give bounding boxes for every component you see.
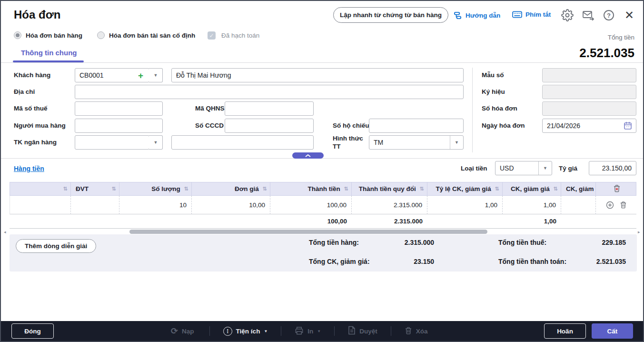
column-header-amount[interactable]: Thành tiền⇅	[270, 182, 352, 196]
sort-icon[interactable]: ⇅	[552, 186, 558, 192]
chevron-up-icon	[305, 154, 311, 158]
summary-amount: 100,00	[270, 214, 352, 229]
sort-icon[interactable]: ⇅	[61, 186, 68, 192]
scroll-right-icon[interactable]: ▸	[638, 230, 640, 234]
refresh-icon: ⟳	[171, 326, 178, 336]
sort-icon[interactable]: ⇅	[493, 186, 499, 192]
bank-account-select[interactable]	[75, 135, 149, 150]
guide-link[interactable]: Hướng dẫn	[453, 11, 500, 20]
calendar-icon[interactable]	[624, 121, 632, 130]
address-input[interactable]	[75, 85, 464, 99]
collapse-form-button[interactable]	[292, 152, 324, 159]
add-note-row-button[interactable]: Thêm dòng diễn giải	[16, 239, 96, 253]
sort-icon[interactable]: ⇅	[110, 186, 116, 192]
caret-down-icon: ▼	[264, 329, 268, 333]
printer-icon	[295, 326, 304, 336]
sort-icon[interactable]: ⇅	[182, 186, 188, 192]
template-no-label: Mẫu số	[482, 71, 504, 80]
invoice-no-input	[542, 101, 636, 116]
total-tax-label: Tổng tiền thuế:	[498, 239, 546, 246]
column-header-blank[interactable]: ⇅	[10, 182, 71, 196]
customer-dropdown-icon[interactable]: ▼	[149, 68, 163, 82]
total-tax-value: 229.185	[543, 239, 626, 246]
send-mail-icon[interactable]	[582, 10, 594, 20]
cell-converted-amount[interactable]: 2.315.000	[352, 196, 427, 214]
approve-button: Duyệt	[348, 326, 377, 336]
column-header-delete[interactable]	[596, 182, 636, 196]
customer-name-input[interactable]	[171, 68, 464, 82]
shortcut-link[interactable]: Phím tắt	[512, 11, 551, 18]
total-amount-label: Tổng tiền	[608, 34, 634, 41]
symbol-label: Ký hiệu	[482, 88, 505, 96]
cell-discount[interactable]: 1,00	[503, 196, 561, 214]
radio-fixed-asset-invoice[interactable]: Hóa đơn bán tài sản cố định	[97, 31, 195, 39]
toolbar-separator	[391, 326, 391, 336]
cell-unit-price[interactable]: 10,00	[192, 196, 270, 214]
invoice-date-input[interactable]	[542, 119, 636, 133]
goods-money-link[interactable]: Hàng tiền	[14, 165, 44, 172]
tax-code-input[interactable]	[75, 101, 163, 116]
cell-discount-rate[interactable]: 1,00	[427, 196, 503, 214]
delete-row-icon[interactable]	[620, 201, 627, 209]
column-header-discount[interactable]: CK, giảm giá⇅	[503, 182, 561, 196]
buyer-input[interactable]	[75, 119, 163, 133]
passport-input[interactable]	[369, 119, 464, 133]
bank-name-input[interactable]	[171, 135, 314, 150]
header-divider	[1, 62, 644, 63]
total-amount-value: 2.521.035	[579, 46, 634, 60]
utilities-button[interactable]: ⋮ Tiện ích ▼	[223, 327, 268, 336]
column-header-converted-amount[interactable]: Thành tiền quy đổi⇅	[352, 182, 427, 196]
column-header-dvt[interactable]: ĐVT⇅	[71, 182, 119, 196]
column-header-unit-price[interactable]: Đơn giá⇅	[192, 182, 270, 196]
print-button: In ▼	[295, 326, 321, 336]
radio-sales-invoice[interactable]: Hóa đơn bán hàng	[14, 31, 82, 39]
tab-general-info[interactable]: Thông tin chung	[21, 49, 77, 57]
column-header-discount-rate[interactable]: Tỷ lệ CK, giảm giá⇅	[427, 182, 503, 196]
address-label: Địa chỉ	[14, 88, 35, 96]
checkbox-posted[interactable]: ✓ Đã hạch toán	[208, 31, 259, 40]
close-icon[interactable]: ✕	[624, 9, 634, 22]
horizontal-scrollbar[interactable]	[129, 230, 487, 234]
cell-quantity[interactable]: 10	[119, 196, 192, 214]
delete-all-icon[interactable]	[613, 184, 621, 194]
toolbar-separator	[281, 326, 281, 336]
summary-converted-amount: 2.315.000	[352, 214, 427, 229]
customer-label: Khách hàng	[14, 71, 50, 80]
scroll-left-icon[interactable]: ◂	[4, 230, 6, 234]
close-button[interactable]: Đóng	[11, 323, 54, 339]
exchange-rate-input[interactable]	[589, 161, 636, 175]
page-title: Hóa đơn	[14, 8, 60, 21]
currency-dropdown-icon[interactable]: ▼	[538, 161, 552, 175]
sort-icon[interactable]: ⇅	[342, 186, 348, 192]
qhns-input[interactable]	[225, 101, 314, 116]
postpone-button[interactable]: Hoãn	[544, 323, 586, 339]
add-row-icon[interactable]	[606, 201, 614, 209]
tax-code-label: Mã số thuế	[14, 105, 48, 113]
form-bottom-divider	[1, 158, 644, 159]
table-summary-row: 100,00 2.315.000 1,00	[10, 214, 636, 229]
currency-label: Loại tiền	[461, 165, 487, 173]
settings-gear-icon[interactable]	[561, 9, 574, 21]
exchange-rate-label: Tỷ giá	[559, 165, 577, 173]
more-icon: ⋮	[223, 327, 232, 336]
help-icon[interactable]: ?	[604, 10, 614, 20]
bank-dropdown-icon[interactable]: ▼	[149, 135, 163, 150]
column-header-discount-converted[interactable]: CK, giảm	[561, 182, 596, 196]
cccd-input[interactable]	[225, 119, 314, 133]
payment-dropdown-icon[interactable]: ▼	[450, 136, 463, 149]
invoice-no-label: Số hóa đơn	[482, 105, 517, 113]
add-customer-icon[interactable]: +	[138, 71, 143, 80]
buyer-label: Người mua hàng	[14, 122, 66, 130]
sort-icon[interactable]: ⇅	[418, 186, 424, 192]
toolbar-separator	[334, 326, 335, 336]
reload-button: ⟳ Nạp	[171, 326, 194, 336]
invoice-date-label: Ngày hóa đơn	[482, 122, 525, 130]
table-row[interactable]: 10 10,00 100,00 2.315.000 1,00 1,00	[10, 196, 636, 214]
sort-icon[interactable]: ⇅	[261, 186, 267, 192]
total-discount-value: 23.150	[343, 258, 434, 265]
cell-amount[interactable]: 100,00	[270, 196, 352, 214]
quick-create-button[interactable]: Lập nhanh từ chứng từ bán hàng	[333, 7, 448, 23]
save-button[interactable]: Cất	[592, 323, 633, 339]
column-header-quantity[interactable]: Số lượng⇅	[119, 182, 192, 196]
table-header-row: ⇅ ĐVT⇅ Số lượng⇅ Đơn giá⇅ Thành tiền⇅ Th…	[10, 182, 636, 196]
